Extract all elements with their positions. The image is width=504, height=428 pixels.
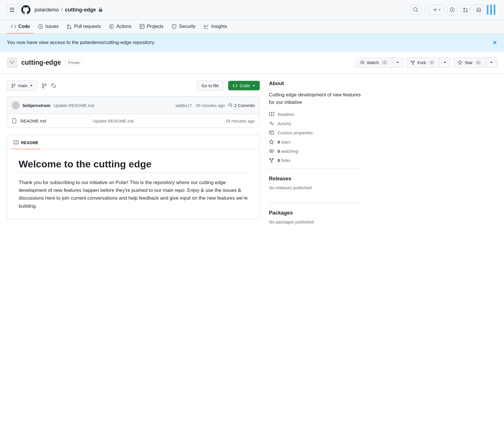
tab-insights[interactable]: Insights (200, 20, 231, 34)
github-logo[interactable] (21, 5, 31, 15)
user-avatar[interactable] (487, 5, 497, 15)
svg-point-10 (52, 84, 53, 85)
visibility-badge: Private (65, 60, 83, 66)
readme-title: Welcome to the cutting edge (19, 158, 248, 173)
readme-tabs: README (7, 135, 259, 149)
pulse-icon (269, 121, 274, 126)
svg-point-3 (40, 26, 41, 27)
readme-link[interactable]: Readme (269, 112, 361, 117)
code-icon (11, 24, 16, 29)
svg-point-9 (362, 62, 363, 63)
branch-select[interactable]: main (7, 81, 37, 91)
tab-security-label: Security (179, 24, 196, 29)
create-new-button[interactable] (429, 5, 444, 15)
forks-label: forks (280, 158, 291, 163)
svg-rect-8 (11, 63, 13, 64)
breadcrumb-repo[interactable]: cutting-edge (65, 7, 96, 13)
pull-request-icon (463, 7, 468, 12)
lock-icon (98, 7, 103, 12)
branch-toolbar: main Go to file Code (7, 81, 260, 91)
code-icon (233, 83, 237, 88)
eye-icon (269, 148, 274, 154)
book-icon (14, 140, 19, 145)
about-heading: About (269, 81, 361, 87)
commit-message[interactable]: Update README.md (53, 103, 94, 108)
commit-author-avatar[interactable] (12, 101, 20, 109)
file-commit-msg: Update README.md (93, 119, 222, 123)
star-icon (458, 60, 462, 65)
pull-request-icon (67, 24, 72, 29)
history-icon (228, 103, 232, 108)
search-button[interactable] (411, 5, 421, 15)
breadcrumb-owner[interactable]: polardemo (34, 7, 59, 13)
tab-pulls[interactable]: Pull requests (63, 20, 105, 34)
releases-heading: Releases (269, 176, 361, 182)
forks-link[interactable]: 0 forks (269, 158, 361, 163)
packages-text: No packages published (269, 219, 361, 224)
caret-down-icon (490, 61, 493, 64)
tag-icon (51, 83, 57, 88)
custom-properties-link[interactable]: Custom properties (269, 130, 361, 135)
svg-point-1 (452, 9, 453, 11)
table-icon (139, 24, 145, 29)
watching-link[interactable]: 0 watching (269, 148, 361, 154)
file-time: 29 minutes ago (225, 119, 255, 123)
tags-link[interactable] (51, 83, 57, 88)
caret-down-icon (443, 61, 446, 64)
main-column: main Go to file Code birkjernstrom Updat… (7, 81, 260, 231)
svg-rect-11 (270, 131, 274, 134)
watch-button[interactable]: Watch 0 (356, 58, 392, 67)
code-download-button[interactable]: Code (228, 81, 260, 90)
header-actions (411, 5, 497, 15)
go-to-file-button[interactable]: Go to file (197, 81, 224, 91)
svg-rect-7 (13, 61, 14, 62)
book-icon (269, 112, 274, 117)
fork-button[interactable]: Fork 0 (407, 58, 439, 67)
inbox-button[interactable] (474, 5, 484, 15)
banner-close[interactable] (493, 40, 497, 45)
inbox-icon (476, 7, 481, 12)
file-row[interactable]: README.md Update README.md 29 minutes ag… (7, 114, 259, 127)
repo-avatar-icon (9, 60, 15, 65)
commit-sha[interactable]: aa8bc17 · 29 minutes ago (176, 103, 225, 108)
readme-tab[interactable]: README (12, 138, 40, 149)
about-links: Readme Activity Custom properties 0 star… (269, 112, 361, 163)
issues-button[interactable] (447, 5, 457, 15)
svg-point-12 (271, 150, 272, 152)
star-button-group: Star 0 (453, 58, 497, 68)
commits-link[interactable]: 2 Commits (228, 103, 255, 108)
activity-link[interactable]: Activity (269, 121, 361, 126)
stars-link[interactable]: 0 stars (269, 139, 361, 144)
tab-issues[interactable]: Issues (34, 20, 63, 34)
issue-icon (450, 7, 455, 12)
star-button[interactable]: Star 0 (454, 58, 486, 67)
releases-section: Releases No releases published (269, 169, 361, 197)
watching-label: watching (280, 149, 298, 154)
file-icon (12, 118, 17, 123)
tab-actions[interactable]: Actions (105, 20, 135, 34)
graph-icon (204, 24, 209, 29)
activity-link-label: Activity (278, 121, 291, 126)
latest-commit: birkjernstrom Update README.md aa8bc17 ·… (7, 97, 259, 114)
star-dropdown[interactable] (486, 58, 497, 67)
tab-code[interactable]: Code (7, 20, 34, 34)
sidebar: About Cutting edge development of new fe… (269, 81, 361, 231)
readme-content: Welcome to the cutting edge Thank you fo… (7, 149, 259, 219)
watch-dropdown[interactable] (392, 58, 403, 67)
readme-tab-label: README (21, 140, 39, 145)
hamburger-menu[interactable] (7, 5, 17, 15)
plus-icon (432, 7, 438, 12)
releases-text: No releases published (269, 185, 361, 190)
repo-actions: Watch 0 Fork 0 Star 0 (356, 58, 497, 68)
code-button-label: Code (240, 83, 250, 88)
tab-pulls-label: Pull requests (74, 24, 101, 29)
pull-requests-button[interactable] (460, 5, 471, 15)
readme-link-label: Readme (278, 112, 294, 117)
breadcrumb-sep: / (61, 7, 63, 13)
tab-projects[interactable]: Projects (135, 20, 168, 34)
fork-dropdown[interactable] (439, 58, 450, 67)
tab-security[interactable]: Security (168, 20, 200, 34)
branches-link[interactable] (42, 83, 47, 88)
commit-author[interactable]: birkjernstrom (23, 103, 51, 108)
tab-insights-label: Insights (211, 24, 227, 29)
